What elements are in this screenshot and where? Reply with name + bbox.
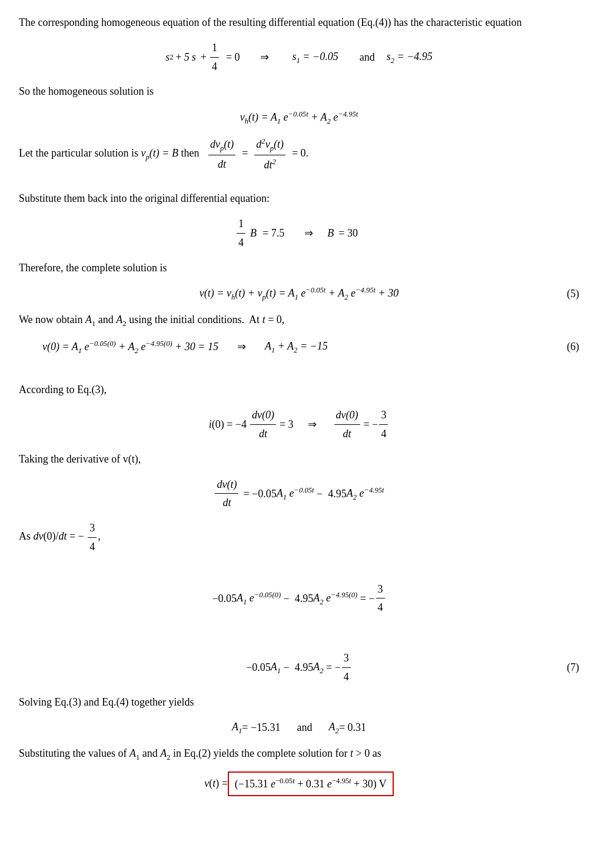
simplified-equation: −0.05 A1 − 4.95 A2 = − 3 4 (7) <box>19 650 579 686</box>
dvdt-equation: dv(t) dt = −0.05 A1 e−0.05t − 4.95 A2 e−… <box>19 476 579 512</box>
substituting-text: Substituting the values of A1 and A2 in … <box>19 745 579 763</box>
intro-text: The corresponding homogeneous equation o… <box>19 14 579 31</box>
v0-equation: v(0) = A1 e−0.05(0) + A2 e−4.95(0) + 30 … <box>19 338 579 357</box>
initial-conditions-text: We now obtain A1 and A2 using the initia… <box>19 311 579 330</box>
eq5-label: (5) <box>567 285 579 302</box>
homogeneous-text: So the homogeneous solution is <box>19 83 579 100</box>
taking-derivative-text: Taking the derivative of v(t), <box>19 451 579 468</box>
according-text: According to Eq.(3), <box>19 381 579 398</box>
substitute-text: Substitute them back into the original d… <box>19 190 579 207</box>
particular-text: Let the particular solution is vp(t) = B… <box>19 135 579 174</box>
solving-text: Solving Eq.(3) and Eq.(4) together yield… <box>19 694 579 711</box>
vh-equation: vh(t) = A1 e−0.05t + A2 e−4.95t <box>19 108 579 127</box>
final-answer-box: (−15.31 e−0.05t + 0.31 e−4.95t + 30) V <box>228 771 394 796</box>
i0-equation: i(0) = −4 dv(0) dt = 3 ⇒ dv(0) dt = − 3 … <box>19 407 579 443</box>
eq7-label: (7) <box>567 659 579 676</box>
b-equation: 1 4 B = 7.5 ⇒ B = 30 <box>19 215 579 251</box>
sub-equation: −0.05 A1 e−0.05(0) − 4.95 A2 e−4.95(0) =… <box>19 581 579 617</box>
char-equation: s2 + 5 s + 1 4 = 0 ⇒ s1 = −0.05 and s2 =… <box>19 39 579 75</box>
eq6-label: (6) <box>567 338 579 355</box>
final-equation: v(t) = (−15.31 e−0.05t + 0.31 e−4.95t + … <box>19 771 579 796</box>
solutions-equation: A1 = −15.31 and A2 = 0.31 <box>19 719 579 737</box>
complete-text: Therefore, the complete solution is <box>19 260 579 277</box>
complete-equation: v(t) = vh(t) + vp(t) = A1 e−0.05t + A2 e… <box>19 284 579 303</box>
as-text: As dv(0)/dt = − 3 4 , <box>19 520 579 556</box>
